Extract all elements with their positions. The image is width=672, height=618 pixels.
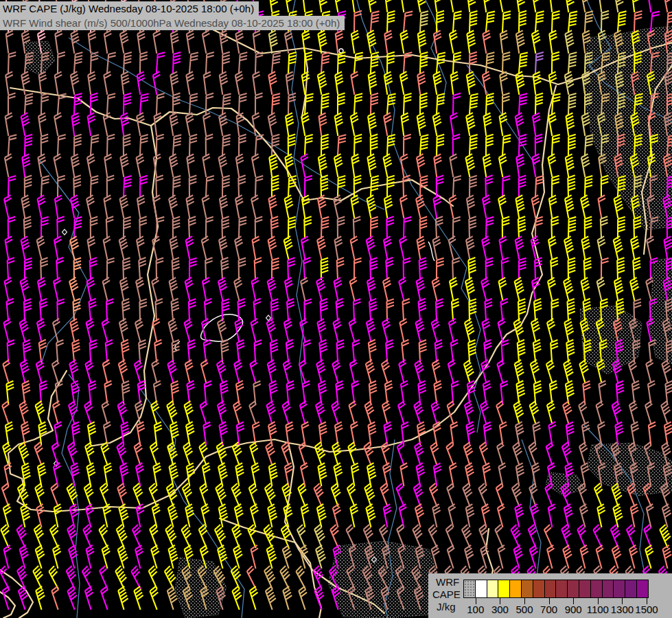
colorbar-tick-label: 100 — [467, 604, 484, 615]
map-title-block: WRF CAPE (J/kg) Wednesday 08-10-2025 18:… — [0, 1, 345, 30]
weather-map-screen: WRF CAPE (J/kg) Wednesday 08-10-2025 18:… — [0, 0, 672, 618]
cape-legend: WRF CAPE J/kg 10030050070090011001300150… — [428, 573, 672, 618]
legend-swatch — [567, 580, 579, 598]
legend-swatch — [555, 580, 568, 598]
forecast-map[interactable] — [0, 0, 672, 618]
legend-swatch — [636, 580, 649, 598]
colorbar-tick-label: 900 — [565, 604, 582, 615]
legend-label-unit: J/kg — [437, 602, 456, 612]
title-cape: WRF CAPE (J/kg) Wednesday 08-10-2025 18:… — [0, 1, 259, 16]
colorbar-tick-label: 1100 — [587, 604, 609, 615]
colorbar-tick-label: 1500 — [635, 604, 658, 615]
colorbar-tick-label: 1300 — [611, 604, 634, 615]
legend-swatch — [521, 580, 533, 598]
legend-swatch — [579, 580, 591, 598]
legend-swatch — [544, 580, 557, 598]
legend-swatch — [590, 580, 603, 598]
title-wind-shear: WRF Wind shear (m/s) 500/1000hPa Wednesd… — [0, 16, 345, 30]
legend-swatch — [487, 580, 499, 598]
legend-label-cape: CAPE — [432, 590, 461, 599]
legend-swatch — [602, 580, 614, 598]
legend-swatch — [533, 580, 545, 598]
legend-label-wrf: WRF — [436, 577, 459, 587]
legend-swatch — [509, 580, 522, 598]
legend-swatch — [625, 580, 637, 598]
colorbar-tick-label: 500 — [515, 604, 533, 615]
legend-swatch — [498, 580, 510, 598]
legend-swatch — [475, 580, 487, 598]
legend-swatch — [463, 580, 476, 598]
cape-colorbar — [463, 580, 649, 598]
legend-swatch — [613, 580, 625, 598]
colorbar-tick-label: 300 — [491, 604, 509, 615]
colorbar-tick-label: 700 — [540, 604, 557, 615]
